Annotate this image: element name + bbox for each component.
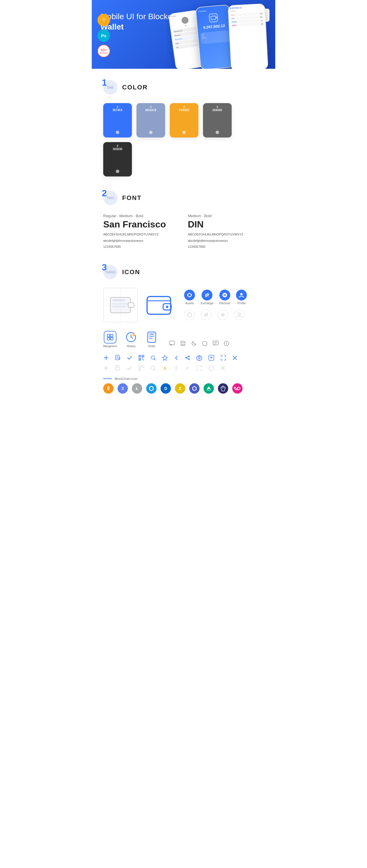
color-swatch-blue: #3574FA	[103, 103, 132, 137]
icon-nav-group: Assets Exchange Discover	[184, 290, 247, 320]
discover-label: Discover	[219, 302, 230, 305]
blockchain-icons-row: ₿ Ξ Ł D Z	[103, 383, 264, 394]
font-section-title: FONT	[122, 194, 142, 202]
screens-badge: 60+ Screens	[97, 45, 110, 57]
assets-icon	[184, 290, 195, 301]
svg-rect-47	[142, 359, 143, 359]
svg-point-27	[181, 341, 185, 343]
settings-icon	[196, 355, 202, 362]
management-icon	[104, 331, 116, 343]
font-sf: Regular · Medium · Bold San Francisco AB…	[103, 214, 179, 251]
search-icon	[150, 355, 156, 362]
font-sf-weight: Regular · Medium · Bold	[103, 214, 179, 218]
svg-point-10	[240, 293, 243, 296]
hero-badges-group: Ps 60+ Screens	[97, 14, 110, 57]
exchange-label: Exchange	[201, 302, 213, 305]
color-swatch-gray: #666666	[203, 103, 232, 137]
icon-section: THREE 3 ICON	[103, 265, 264, 394]
font-din-lower: abcdefghijklmnopqrstuvwxyz	[188, 238, 264, 244]
svg-point-53	[186, 357, 187, 359]
moon-icon	[191, 340, 197, 348]
svg-line-67	[154, 369, 156, 370]
layers-icon	[180, 340, 186, 348]
svg-point-4	[166, 306, 168, 308]
svg-point-49	[151, 356, 154, 359]
history-icon-item: History	[125, 331, 137, 348]
expand-icon	[220, 355, 227, 362]
svg-point-68	[209, 366, 214, 370]
svg-rect-64	[142, 366, 144, 368]
font-din-weight: Medium · Bold	[188, 214, 264, 218]
profile-label: Profile	[237, 302, 246, 305]
icon-final-wallet	[142, 288, 177, 322]
svg-marker-72	[193, 387, 196, 390]
order-label: Order	[148, 345, 156, 348]
svg-rect-29	[213, 341, 218, 345]
zcash-icon: Z	[175, 383, 185, 394]
comment-icon	[213, 340, 219, 348]
icon-nav-row-filled: Assets Exchange Discover	[184, 290, 247, 305]
small-icons-row	[169, 340, 230, 348]
assets-icon-ghost	[184, 309, 195, 320]
profile-icon-item: Profile	[236, 290, 247, 305]
darkshield-icon	[146, 383, 157, 394]
main-content: ONE 1 COLOR #3574FA #8DA0C8 #F5A623 #666…	[92, 69, 275, 420]
color-swatches-container: #3574FA #8DA0C8 #F5A623 #666666 #303030	[103, 103, 264, 177]
font-din-name: DIN	[188, 219, 264, 230]
assets-label: Assets	[185, 302, 194, 305]
plus-icon	[103, 355, 109, 362]
svg-rect-15	[107, 334, 110, 337]
svg-rect-65	[139, 369, 141, 371]
ethereum-icon: Ξ	[117, 383, 128, 394]
star-icon	[162, 355, 168, 362]
svg-point-54	[198, 357, 200, 359]
waves-icon	[204, 383, 214, 394]
icon-wireframe	[103, 288, 138, 322]
svg-marker-11	[187, 313, 192, 317]
svg-point-12	[221, 313, 224, 316]
document-edit-icon	[115, 355, 121, 362]
diamond-icon	[218, 383, 228, 394]
circle-icon	[202, 340, 208, 348]
font-grid: Regular · Medium · Bold San Francisco AB…	[103, 214, 264, 251]
utility-icons-row-ghost	[103, 365, 264, 371]
color-section-title: COLOR	[122, 84, 148, 91]
svg-rect-17	[110, 334, 113, 337]
blockchain-divider: BlockChain Icon	[103, 377, 264, 380]
qr-icon	[138, 355, 144, 362]
font-din-upper: ABCDEFGHIJKLMNOPQRSTUVWXYZ	[188, 232, 264, 237]
svg-point-28	[202, 341, 207, 346]
icon-nav-row-ghost	[184, 309, 247, 320]
infinity-icon	[232, 383, 243, 394]
utility-icons-row-1	[103, 355, 264, 362]
svg-rect-63	[139, 366, 141, 368]
svg-rect-44	[139, 356, 140, 356]
order-icon	[145, 331, 158, 343]
color-swatch-orange: #F5A623	[170, 103, 198, 137]
svg-rect-46	[139, 359, 140, 360]
font-sf-lower: abcdefghijklmnopqrstuvwxyz	[103, 238, 179, 244]
check-icon	[127, 355, 133, 362]
svg-point-13	[222, 314, 223, 315]
svg-rect-18	[110, 337, 113, 340]
hex-icon	[189, 383, 200, 394]
font-din: Medium · Bold DIN ABCDEFGHIJKLMNOPQRSTUV…	[188, 214, 264, 251]
svg-point-9	[224, 294, 225, 296]
hero-section: Mobile UI for Blockchain Wallet UI Kit P…	[92, 0, 275, 69]
info-icon	[223, 340, 230, 348]
color-section-header: ONE 1 COLOR	[103, 80, 264, 95]
dash-icon: D	[161, 383, 171, 394]
color-section-number: ONE 1	[103, 80, 117, 95]
exchange-icon-item: Exchange	[201, 290, 213, 305]
phone-mockup-3: 6,297,502.12 Available BTC 738 ETH 564 W…	[228, 3, 269, 69]
upload-icon	[208, 355, 215, 362]
management-icon-item: Mangment	[103, 331, 117, 348]
icon-section-title: ICON	[122, 269, 140, 276]
font-section: TWO 2 FONT Regular · Medium · Bold San F…	[103, 191, 264, 251]
phone-mockups: Profile AI Management Message Red Collec…	[166, 3, 275, 69]
discover-icon-ghost	[217, 309, 228, 320]
assets-icon-item: Assets	[184, 290, 195, 305]
color-swatch-dark: #303030	[103, 142, 132, 177]
discover-icon-item: Discover	[219, 290, 230, 305]
svg-rect-48	[143, 360, 144, 361]
